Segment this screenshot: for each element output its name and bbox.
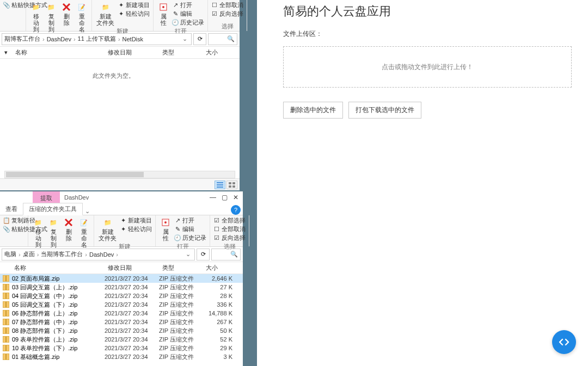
breadcrumb[interactable]: 电脑› 桌面› 当期博客工作台› DashDev› ⌄ [2, 249, 195, 260]
history-item[interactable]: 🕘历史记录 [174, 234, 206, 242]
delete-selected-button[interactable]: 删除选中的文件 [283, 102, 343, 119]
file-row[interactable]: 06 静态部件篇（上）.zip2021/3/27 20:34ZIP 压缩文件14… [0, 309, 243, 318]
maximize-button[interactable]: ▢ [222, 194, 228, 201]
col-date[interactable]: 修改日期 [103, 264, 158, 272]
help-button[interactable]: ? [231, 205, 241, 215]
upload-dropzone[interactable]: 点击或拖动文件到此进行上传！ [283, 46, 572, 88]
col-type[interactable]: 类型 [158, 264, 201, 272]
open-item[interactable]: ↗打开 [172, 1, 204, 9]
crumb-seg[interactable]: DashDev [89, 251, 114, 258]
contextual-tab-extract[interactable]: 提取 [33, 191, 60, 203]
delete-button[interactable]: 删除 [60, 1, 73, 27]
crumb-seg[interactable]: 当期博客工作台 [41, 250, 83, 258]
file-name[interactable]: 10 表单控件篇（下）.zip [12, 344, 105, 352]
move-to-button[interactable]: 📁移动到 [32, 216, 45, 249]
collapse-ribbon-button[interactable]: ⌄ [83, 208, 92, 215]
crumb-seg[interactable]: 桌面 [23, 250, 35, 258]
search-input[interactable]: 🔍 [211, 249, 241, 260]
file-name[interactable]: 01 基础概念篇.zip [12, 353, 105, 361]
refresh-button[interactable]: ⟳ [197, 249, 210, 260]
refresh-button[interactable]: ⟳ [193, 33, 206, 45]
deselect-all[interactable]: ☐全部取消 [211, 1, 243, 9]
col-name[interactable]: 名称 [10, 264, 103, 272]
rename-button[interactable]: 📝重命名 [75, 1, 88, 33]
new-item[interactable]: ✦新建项目 [120, 216, 152, 225]
invert-selection[interactable]: ☑反向选择 [211, 10, 243, 18]
tab-compressed-tools[interactable]: 压缩的文件夹工具 [23, 203, 83, 215]
breadcrumb[interactable]: 期博客工作台› DashDev› 11 上传下载篇› NetDisk ⌄ [2, 33, 192, 45]
crumb-seg[interactable]: NetDisk [122, 36, 144, 42]
col-size[interactable]: 大小 [201, 264, 230, 272]
close-button[interactable]: ✕ [233, 194, 238, 201]
file-row[interactable]: 03 回调交互篇（上）.zip2021/3/27 20:34ZIP 压缩文件27… [0, 283, 243, 291]
crumb-seg[interactable]: 11 上传下载篇 [78, 35, 116, 43]
easy-access[interactable]: ✦轻松访问 [118, 10, 150, 18]
file-date: 2021/3/27 20:34 [105, 310, 159, 317]
properties-button[interactable]: 属性 [159, 216, 172, 242]
easy-access[interactable]: ✦轻松访问 [120, 225, 152, 233]
col-date[interactable]: 修改日期 [103, 48, 158, 57]
open-item[interactable]: ↗打开 [174, 216, 206, 225]
chevron-down-icon[interactable]: ⌄ [184, 251, 192, 258]
file-name[interactable]: 08 静态部件篇（下）.zip [12, 327, 105, 335]
copy-to-button[interactable]: 📁复制到 [47, 216, 60, 249]
new-folder-button[interactable]: 📁新建 文件夹 [97, 216, 118, 242]
paste-shortcut[interactable]: 📎粘贴快捷方式 [3, 225, 24, 233]
file-row[interactable]: 08 静态部件篇（下）.zip2021/3/27 20:34ZIP 压缩文件50… [0, 326, 243, 335]
paste-shortcut[interactable]: 📎粘贴快捷方式 [3, 1, 22, 9]
file-date: 2021/3/27 20:34 [105, 336, 159, 343]
delete-button[interactable]: 删除 [62, 216, 75, 242]
col-type[interactable]: 类型 [158, 48, 201, 57]
download-selected-button[interactable]: 打包下载选中的文件 [348, 102, 421, 119]
view-details-button[interactable] [215, 181, 225, 189]
copy-icon: 📁 [48, 217, 59, 228]
history-item[interactable]: 🕘历史记录 [172, 18, 204, 27]
new-item[interactable]: ✦新建项目 [118, 1, 150, 9]
file-row[interactable]: 10 表单控件篇（下）.zip2021/3/27 20:34ZIP 压缩文件29… [0, 344, 243, 352]
file-name[interactable]: 09 表单控件篇（上）.zip [12, 336, 105, 344]
file-name[interactable]: 05 回调交互篇（下）.zip [12, 301, 105, 309]
file-date: 2021/3/27 20:34 [105, 353, 159, 360]
file-name[interactable]: 03 回调交互篇（上）.zip [12, 283, 105, 291]
copy-to-button[interactable]: 📁复制到 [45, 1, 58, 33]
rename-icon: 📝 [78, 217, 89, 228]
view-thumbnails-button[interactable] [226, 181, 237, 189]
chevron-down-icon[interactable]: ⌄ [181, 35, 189, 42]
code-fab-button[interactable] [552, 330, 576, 354]
select-all[interactable]: ☑全部选择 [213, 216, 246, 225]
file-row[interactable]: 07 静态部件篇（中）.zip2021/3/27 20:34ZIP 压缩文件26… [0, 318, 243, 326]
edit-item[interactable]: ✎编辑 [172, 10, 204, 18]
tab-view[interactable]: 查看 [0, 203, 23, 215]
rename-button[interactable]: 📝重命名 [77, 216, 90, 249]
history-icon: 🕘 [174, 235, 181, 241]
address-bar-row: 电脑› 桌面› 当期博客工作台› DashDev› ⌄ ⟳ 🔍 [0, 247, 243, 262]
crumb-seg[interactable]: 期博客工作台 [4, 35, 40, 43]
search-input[interactable]: 🔍 [208, 33, 237, 45]
svg-rect-16 [5, 276, 7, 281]
properties-button[interactable]: 属性 [157, 1, 170, 27]
col-size[interactable]: 大小 [201, 48, 229, 57]
col-name[interactable]: 名称 [11, 48, 103, 57]
file-name[interactable]: 04 回调交互篇（中）.zip [12, 292, 105, 300]
scrollbar-thumb[interactable] [6, 172, 144, 177]
edit-item[interactable]: ✎编辑 [174, 225, 206, 233]
file-row[interactable]: 04 回调交互篇（中）.zip2021/3/27 20:34ZIP 压缩文件28… [0, 291, 243, 300]
deselect-all[interactable]: ☐全部取消 [213, 225, 246, 233]
svg-rect-32 [5, 345, 7, 351]
copy-path[interactable]: 📋复制路径 [3, 216, 24, 225]
invert-selection[interactable]: ☑反向选择 [213, 234, 246, 242]
sort-indicator[interactable]: ▾ [0, 49, 11, 56]
new-folder-button[interactable]: 📁新建 文件夹 [95, 1, 115, 27]
horizontal-scrollbar[interactable] [4, 171, 235, 178]
file-name[interactable]: 02 页面布局篇.zip [12, 275, 105, 283]
file-name[interactable]: 06 静态部件篇（上）.zip [12, 309, 105, 318]
file-row[interactable]: 02 页面布局篇.zip2021/3/27 20:34ZIP 压缩文件2,646… [0, 274, 243, 283]
file-name[interactable]: 07 静态部件篇（中）.zip [12, 318, 105, 326]
file-row[interactable]: 09 表单控件篇（上）.zip2021/3/27 20:34ZIP 压缩文件52… [0, 335, 243, 344]
minimize-button[interactable]: — [210, 194, 216, 201]
file-row[interactable]: 01 基础概念篇.zip2021/3/27 20:34ZIP 压缩文件3 K [0, 352, 243, 361]
move-to-button[interactable]: 📁移动到 [29, 1, 42, 33]
file-row[interactable]: 05 回调交互篇（下）.zip2021/3/27 20:34ZIP 压缩文件33… [0, 300, 243, 309]
crumb-seg[interactable]: DashDev [47, 36, 71, 42]
crumb-seg[interactable]: 电脑 [4, 250, 16, 258]
